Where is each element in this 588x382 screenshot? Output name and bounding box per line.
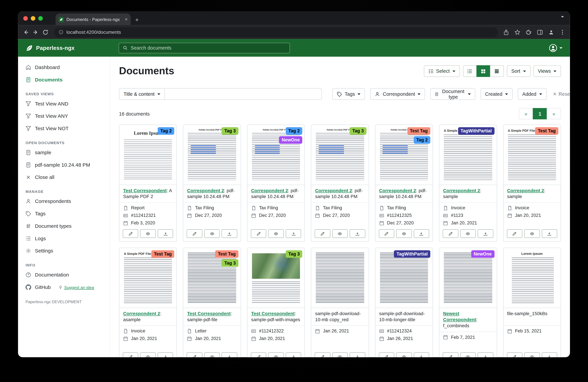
sidebar-item-documentation[interactable]: Documentation [25, 269, 110, 281]
sidebar-item-test-view-any[interactable]: Test View ANY [25, 110, 110, 122]
download-button[interactable] [222, 352, 237, 357]
download-button[interactable] [542, 229, 557, 238]
search-input[interactable] [131, 45, 286, 51]
view-button[interactable] [204, 229, 220, 238]
card-thumbnail[interactable]: NewOne [440, 248, 497, 308]
minimize-window-button[interactable] [31, 16, 35, 20]
document-type-filter-button[interactable]: Document type [430, 88, 475, 100]
correspondent-link[interactable]: Correspondent 2 [315, 188, 352, 193]
reset-filters-link[interactable]: Reset filters [552, 91, 570, 97]
correspondent-link[interactable]: Correspondent 2 [507, 188, 544, 193]
next-page-button[interactable]: » [547, 108, 561, 119]
search-field-selector-button[interactable]: Title & content [119, 88, 165, 100]
tag-badge[interactable]: Test Tag [151, 250, 174, 258]
download-button[interactable] [350, 352, 365, 357]
sidebar-item-close-all[interactable]: Close all [25, 171, 110, 184]
view-button[interactable] [524, 352, 540, 357]
sidebar-item-documents[interactable]: Documents [25, 74, 110, 86]
download-button[interactable] [286, 352, 301, 357]
list-view-button[interactable] [463, 65, 477, 77]
tag-badge[interactable]: Tag 2 [286, 127, 302, 135]
view-button[interactable] [460, 352, 476, 357]
sidebar-item-dashboard[interactable]: Dashboard [25, 61, 110, 74]
added-filter-button[interactable]: Added [518, 88, 546, 100]
detail-view-button[interactable] [490, 65, 504, 77]
card-thumbnail[interactable] [311, 248, 368, 308]
edit-button[interactable] [379, 229, 394, 238]
back-icon[interactable] [22, 29, 29, 36]
tag-badge[interactable]: Tag 3 [222, 127, 238, 135]
card-thumbnail[interactable]: TagWithPartial [375, 248, 433, 308]
sidebar-item-tags[interactable]: Tags [25, 207, 110, 220]
view-button[interactable] [396, 352, 412, 357]
user-menu[interactable] [548, 43, 563, 52]
site-info-icon[interactable] [59, 30, 63, 34]
suggest-an-idea-link[interactable]: Suggest an idea [58, 285, 94, 289]
view-button[interactable] [396, 229, 412, 238]
card-thumbnail[interactable]: Lorem Ipsum Tag 2 [119, 125, 176, 185]
edit-button[interactable] [251, 352, 266, 357]
tag-badge[interactable]: NewOne [279, 136, 302, 144]
edit-button[interactable] [123, 229, 138, 238]
download-button[interactable] [286, 229, 301, 238]
correspondent-link[interactable]: Test Correspondent [123, 188, 167, 193]
grid-view-button[interactable] [476, 65, 490, 77]
view-button[interactable] [140, 229, 156, 238]
view-button[interactable] [140, 352, 156, 357]
card-thumbnail[interactable]: A Simple PDF File TagWithPartial [440, 125, 497, 185]
edit-button[interactable] [187, 229, 202, 238]
close-window-button[interactable] [23, 16, 28, 20]
download-button[interactable] [542, 352, 557, 357]
select-button[interactable]: Select [424, 65, 460, 77]
sidebar-item-settings[interactable]: Settings [25, 245, 110, 257]
correspondent-link[interactable]: Correspondent 2 [251, 188, 288, 193]
tag-badge[interactable]: TagWithPartial [458, 127, 494, 135]
previous-page-button[interactable]: « [519, 108, 533, 119]
tag-badge[interactable]: Tag 2 [158, 127, 174, 135]
correspondent-link[interactable]: Correspondent 2 [379, 188, 416, 193]
sidebar-item-pdf-sample-10-24-48-pm[interactable]: pdf-sample 10.24.48 PM [25, 159, 110, 171]
view-button[interactable] [268, 352, 284, 357]
tab-search-chevron-icon[interactable] [561, 16, 564, 18]
card-thumbnail[interactable]: Lorem ipsum [503, 248, 560, 308]
view-button[interactable] [332, 229, 348, 238]
view-button[interactable] [460, 229, 476, 238]
views-button[interactable]: Views [533, 65, 561, 77]
tag-badge[interactable]: Test Tag [407, 127, 430, 135]
browser-menu-icon[interactable] [559, 29, 566, 35]
card-thumbnail[interactable]: Tag 3 [248, 248, 305, 308]
correspondent-link[interactable]: Test Correspondent [187, 311, 231, 316]
edit-button[interactable] [251, 229, 266, 238]
sidebar-item-github[interactable]: GitHubSuggest an idea [25, 281, 110, 293]
edit-button[interactable] [443, 229, 458, 238]
share-icon[interactable] [503, 29, 509, 35]
tag-badge[interactable]: Tag 3 [350, 127, 366, 135]
reload-icon[interactable] [42, 29, 49, 36]
edit-button[interactable] [443, 352, 458, 357]
correspondent-link[interactable]: Correspondent 2 [443, 188, 480, 193]
correspondent-link[interactable]: Correspondent 2 [123, 311, 160, 316]
edit-button[interactable] [507, 229, 523, 238]
edit-button[interactable] [315, 229, 330, 238]
sort-button[interactable]: Sort [507, 65, 530, 77]
tags-filter-button[interactable]: Tags [332, 88, 365, 100]
edit-button[interactable] [507, 352, 523, 357]
correspondent-filter-button[interactable]: Correspondent [370, 88, 425, 100]
tag-badge[interactable]: Test Tag [535, 127, 558, 135]
card-thumbnail[interactable]: A Simple PDF File Test Tag [119, 248, 176, 308]
download-button[interactable] [478, 229, 493, 238]
sidebar-item-test-view-and[interactable]: Test View AND [25, 98, 110, 110]
new-tab-button[interactable]: + [135, 17, 139, 23]
view-button[interactable] [268, 229, 284, 238]
tag-badge[interactable]: Test Tag [215, 250, 238, 258]
profile-icon[interactable] [548, 29, 554, 35]
card-thumbnail[interactable]: Test TagTag 3 [183, 248, 241, 308]
edit-button[interactable] [315, 352, 330, 357]
brand[interactable]: Paperless-ngx [25, 44, 119, 52]
view-button[interactable] [204, 352, 220, 357]
correspondent-link[interactable]: Newest Correspondent [443, 311, 476, 322]
download-button[interactable] [414, 229, 429, 238]
url-bar[interactable]: localhost:4200/documents [54, 27, 498, 37]
download-button[interactable] [222, 229, 237, 238]
sidebar-item-document-types[interactable]: Document types [25, 220, 110, 232]
